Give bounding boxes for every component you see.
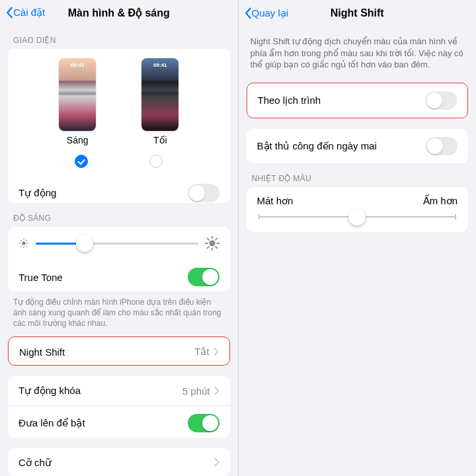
night-shift-value: Tắt — [194, 346, 209, 358]
true-tone-note: Tự động điều chỉnh màn hình iPhone dựa t… — [0, 292, 238, 337]
toggle-raise-to-wake[interactable] — [188, 414, 219, 432]
manual-enable-label: Bật thủ công đến ngày mai — [257, 140, 377, 152]
svg-line-17 — [216, 239, 217, 240]
toggle-schedule[interactable] — [425, 91, 457, 110]
appearance-radio-row — [8, 151, 230, 176]
svg-line-5 — [20, 241, 21, 241]
row-manual-enable: Bật thủ công đến ngày mai — [247, 129, 469, 163]
chevron-right-icon — [214, 346, 219, 358]
brightness-slider-thumb[interactable] — [76, 235, 93, 252]
chevron-left-icon — [5, 7, 13, 19]
raise-to-wake-label: Đưa lên để bật — [19, 417, 85, 429]
schedule-label: Theo lịch trình — [258, 95, 321, 106]
color-temp-labels: Mát hơn Ấm hơn — [247, 187, 469, 210]
appearance-dark-label: Tối — [153, 135, 167, 145]
sun-low-icon — [19, 238, 29, 249]
brightness-slider-row — [8, 227, 230, 260]
row-true-tone: True Tone — [8, 260, 230, 291]
section-header-color-temp: NHIỆT ĐỘ MÀU — [239, 163, 477, 187]
toggle-manual-enable[interactable] — [426, 137, 457, 155]
chevron-left-icon — [244, 7, 252, 19]
svg-line-8 — [26, 241, 26, 241]
night-shift-label: Night Shift — [19, 346, 65, 358]
auto-lock-value: 5 phút — [182, 385, 210, 397]
svg-line-6 — [26, 246, 26, 247]
appearance-option-light[interactable]: 09:41 Sáng — [59, 58, 96, 145]
row-auto-lock[interactable]: Tự động khóa 5 phút — [8, 376, 230, 405]
svg-line-15 — [216, 247, 217, 248]
svg-line-7 — [20, 246, 21, 247]
night-shift-card: Night Shift Tắt — [8, 337, 230, 366]
text-size-card: Cỡ chữ — [8, 448, 230, 476]
appearance-card: 09:41 Sáng 09:41 Tối Tự động — [8, 49, 230, 203]
back-label: Cài đặt — [13, 7, 45, 19]
auto-appearance-label: Tự động — [19, 187, 56, 199]
brightness-slider[interactable] — [36, 243, 198, 245]
section-header-appearance: GIAO DIỆN — [0, 25, 238, 49]
section-header-brightness: ĐỘ SÁNG — [0, 203, 238, 227]
row-schedule: Theo lịch trình — [247, 83, 468, 118]
row-text-size[interactable]: Cỡ chữ — [8, 448, 230, 476]
navbar-right: Quay lại Night Shift — [239, 0, 477, 26]
thumbnail-light: 09:41 — [59, 58, 96, 131]
radio-dark[interactable] — [149, 155, 163, 168]
appearance-option-dark[interactable]: 09:41 Tối — [141, 58, 178, 145]
back-button[interactable]: Cài đặt — [5, 7, 45, 19]
appearance-preview-row: 09:41 Sáng 09:41 Tối — [8, 49, 230, 151]
night-shift-description: Night Shift tự động dịch chuyển màu của … — [239, 26, 477, 83]
back-button[interactable]: Quay lại — [244, 7, 289, 19]
night-shift-panel: Quay lại Night Shift Night Shift tự động… — [239, 0, 477, 476]
brightness-card: True Tone — [8, 227, 230, 291]
row-auto-appearance: Tự động — [8, 176, 230, 203]
svg-line-14 — [207, 239, 208, 240]
temp-label-cool: Mát hơn — [257, 195, 294, 207]
text-size-label: Cỡ chữ — [19, 457, 52, 469]
svg-point-9 — [209, 241, 215, 247]
navbar-left: Cài đặt Màn hình & Độ sáng — [0, 0, 238, 25]
thumbnail-dark: 09:41 — [141, 58, 178, 131]
back-label: Quay lại — [252, 7, 289, 19]
true-tone-label: True Tone — [19, 272, 63, 283]
svg-line-16 — [207, 247, 208, 248]
color-temp-slider-thumb[interactable] — [348, 208, 366, 225]
row-raise-to-wake: Đưa lên để bật — [8, 405, 230, 438]
color-temp-card: Mát hơn Ấm hơn — [247, 187, 469, 232]
autolock-card: Tự động khóa 5 phút Đưa lên để bật — [8, 376, 230, 438]
schedule-card: Theo lịch trình — [247, 83, 469, 118]
toggle-true-tone[interactable] — [188, 268, 219, 286]
color-temp-slider[interactable] — [247, 210, 469, 232]
radio-light[interactable] — [75, 155, 88, 168]
appearance-light-label: Sáng — [67, 135, 89, 145]
row-night-shift[interactable]: Night Shift Tắt — [9, 337, 229, 366]
temp-label-warm: Ấm hơn — [423, 195, 457, 207]
sun-high-icon — [205, 236, 219, 251]
auto-lock-label: Tự động khóa — [19, 385, 81, 397]
display-brightness-panel: Cài đặt Màn hình & Độ sáng GIAO DIỆN 09:… — [0, 0, 239, 476]
chevron-right-icon — [214, 457, 219, 468]
svg-point-0 — [22, 242, 25, 245]
chevron-right-icon — [214, 385, 219, 397]
manual-card: Bật thủ công đến ngày mai — [247, 129, 469, 163]
toggle-auto-appearance[interactable] — [188, 184, 219, 202]
